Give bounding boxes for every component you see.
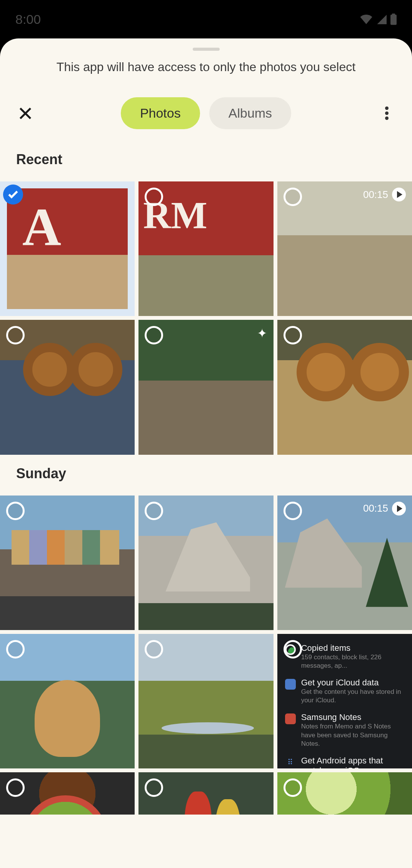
photo-thumbnail[interactable]	[0, 320, 135, 454]
selection-indicator[interactable]	[6, 502, 25, 520]
wifi-icon	[360, 14, 373, 24]
selection-indicator[interactable]	[284, 640, 302, 658]
section-header-recent: Recent	[0, 141, 412, 181]
tab-photos[interactable]: Photos	[121, 97, 200, 129]
cellular-icon	[377, 14, 387, 24]
photo-thumbnail[interactable]	[138, 496, 273, 630]
notification-row: Copied items 159 contacts, block list, 2…	[285, 639, 404, 674]
photo-thumbnail[interactable]	[277, 772, 412, 815]
photo-thumbnail[interactable]	[0, 181, 135, 316]
play-icon	[392, 188, 406, 201]
picker-header: Photos Albums	[0, 90, 412, 141]
battery-icon	[390, 13, 397, 25]
notification-title: Samsung Notes	[301, 712, 404, 722]
photo-thumbnail[interactable]	[0, 496, 135, 630]
photo-thumbnail[interactable]	[277, 320, 412, 454]
status-bar: 8:00	[0, 0, 412, 38]
selection-indicator[interactable]	[145, 502, 163, 520]
sparkle-icon: ✦	[257, 326, 267, 341]
more-vert-icon	[385, 105, 389, 121]
selection-indicator[interactable]	[284, 188, 302, 206]
overflow-menu-button[interactable]	[375, 102, 398, 125]
selection-indicator-checked[interactable]	[3, 185, 23, 205]
play-icon	[392, 502, 406, 515]
photo-thumbnail[interactable]	[138, 181, 273, 316]
notification-title: Get your iCloud data	[301, 678, 404, 688]
photo-thumbnail[interactable]	[0, 772, 135, 815]
selection-indicator[interactable]	[6, 640, 25, 658]
selection-indicator[interactable]	[145, 188, 163, 206]
picker-tabs: Photos Albums	[37, 97, 375, 129]
apps-grid-icon: ⠿	[285, 757, 296, 768]
notification-subtitle: Notes from Memo and S Notes have been sa…	[301, 722, 404, 748]
notification-title: Copied items	[301, 643, 404, 653]
notification-subtitle: 159 contacts, block list, 226 messages, …	[301, 653, 404, 670]
selection-indicator[interactable]	[284, 502, 302, 520]
thumbnail-image	[7, 188, 128, 309]
status-icons	[360, 13, 397, 25]
video-thumbnail[interactable]: 00:15	[277, 496, 412, 630]
drag-handle[interactable]	[193, 48, 220, 51]
video-badge: 00:15	[363, 188, 406, 201]
photo-thumbnail[interactable]	[0, 634, 135, 768]
notification-row: Samsung Notes Notes from Memo and S Note…	[285, 708, 404, 752]
selection-indicator[interactable]	[284, 778, 302, 797]
photo-thumbnail[interactable]	[138, 634, 273, 768]
video-thumbnail[interactable]: 00:15	[277, 181, 412, 316]
photo-thumbnail[interactable]	[138, 772, 273, 815]
video-duration: 00:15	[363, 189, 388, 201]
status-time: 8:00	[15, 12, 41, 27]
photo-picker-sheet: This app will have access to only the ph…	[0, 38, 412, 868]
notification-row: ⠿ Get Android apps that match your iOS a…	[285, 752, 404, 769]
svg-rect-0	[390, 15, 397, 25]
samsung-notes-icon	[285, 713, 296, 724]
selection-indicator[interactable]	[6, 326, 25, 344]
notification-row: Get your iCloud data Get the content you…	[285, 674, 404, 708]
close-icon	[18, 106, 33, 121]
video-duration: 00:15	[363, 502, 388, 514]
icloud-icon	[285, 679, 296, 690]
screen: 8:00 This app will have access to only t…	[0, 0, 412, 868]
grid-sunday: 00:15 Copied items	[0, 496, 412, 815]
close-button[interactable]	[14, 102, 37, 125]
photo-thumbnail[interactable]: Copied items 159 contacts, block list, 2…	[277, 634, 412, 768]
check-icon	[7, 188, 19, 201]
section-header-sunday: Sunday	[0, 455, 412, 496]
notification-subtitle: Get the content you have stored in your …	[301, 688, 404, 705]
svg-rect-1	[392, 13, 395, 15]
notification-title: Get Android apps that match your iOS app…	[301, 756, 404, 769]
grid-recent: 00:15 ✦	[0, 181, 412, 455]
tab-albums[interactable]: Albums	[209, 97, 291, 129]
photo-thumbnail[interactable]: ✦	[138, 320, 273, 454]
video-badge: 00:15	[363, 502, 406, 515]
selection-indicator[interactable]	[284, 326, 302, 344]
access-message: This app will have access to only the ph…	[0, 57, 412, 90]
